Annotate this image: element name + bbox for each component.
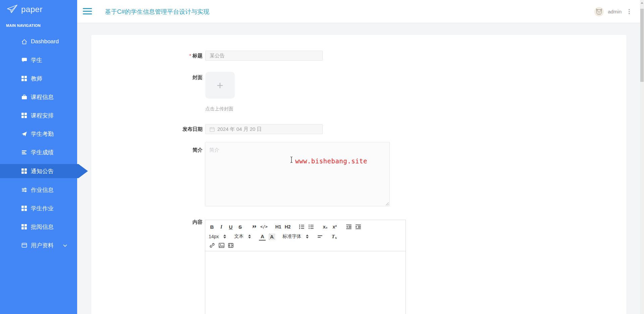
publish-date-input[interactable]: 2024 年 04 月 20 日	[205, 124, 323, 134]
editor-toolbar: B I U S H1 H2 x₂ x²	[205, 220, 406, 251]
clean-format-button[interactable]: Tx	[331, 232, 337, 241]
sidebar-item-label: Dashboard	[31, 38, 59, 45]
grid-icon	[21, 206, 27, 211]
align-icon[interactable]	[317, 232, 323, 241]
publish-date-value: 2024 年 04 月 20 日	[217, 126, 262, 133]
sidebar-item-label: 学生作业	[31, 205, 54, 212]
sidebar-item-course-schedule[interactable]: 课程安排	[0, 109, 77, 122]
sidebar-item-teachers[interactable]: 教师	[0, 72, 77, 85]
font-size-select[interactable]: 14px	[209, 234, 226, 239]
rich-text-editor: B I U S H1 H2 x₂ x²	[205, 220, 406, 314]
sidebar-item-label: 学生	[31, 56, 42, 64]
plus-icon: +	[217, 80, 223, 91]
scrollbar-thumb[interactable]	[640, 9, 644, 82]
header-1-button[interactable]: H1	[275, 223, 282, 231]
header-2-button[interactable]: H2	[284, 223, 291, 231]
sliders-icon	[21, 187, 27, 193]
cover-label: 封面	[102, 74, 203, 81]
sidebar: paper MAIN NAVIGATION Dashboard 学生 教师	[0, 0, 77, 314]
sidebar-item-user-profile[interactable]: 用户资料	[0, 239, 77, 252]
sidebar-item-label: 用户资料	[31, 242, 54, 249]
bullet-list-icon[interactable]	[308, 223, 315, 231]
menu-toggle-button[interactable]	[83, 8, 92, 16]
scrollbar-up-arrow[interactable]	[641, 2, 643, 4]
sidebar-item-label: 课程信息	[31, 93, 54, 101]
top-header: 基于C#的学生信息管理平台设计与实现 admin ⋮	[77, 0, 644, 23]
sidebar-item-label: 作业信息	[31, 186, 54, 194]
sidebar-item-grades[interactable]: 学生成绩	[0, 146, 77, 159]
sidebar-item-label: 课程安排	[31, 112, 54, 119]
image-icon[interactable]	[218, 241, 225, 249]
sidebar-item-students[interactable]: 学生	[0, 53, 77, 67]
title-label: *标题	[102, 53, 203, 59]
sidebar-item-label: 教师	[31, 75, 42, 83]
sidebar-item-attendance[interactable]: 学生考勤	[0, 127, 77, 141]
cover-upload-button[interactable]: +	[205, 72, 235, 99]
page-title: 基于C#的学生信息管理平台设计与实现	[105, 8, 209, 16]
text-cursor-icon	[290, 156, 293, 164]
home-icon	[21, 39, 27, 45]
ordered-list-icon[interactable]	[299, 223, 305, 231]
intro-textarea[interactable]: 简介 www.bishebang.site	[205, 142, 390, 206]
app-logo[interactable]: paper	[6, 3, 43, 15]
outdent-icon[interactable]	[345, 223, 352, 231]
cover-upload-hint: 点击上传封面	[205, 106, 233, 112]
window-icon	[21, 243, 27, 248]
subscript-button[interactable]: x₂	[322, 223, 329, 231]
editor-content-area[interactable]	[205, 251, 406, 314]
user-menu[interactable]: admin ⋮	[594, 0, 633, 23]
grid-icon	[21, 168, 27, 174]
grid-icon	[21, 76, 27, 82]
watermark-text: www.bishebang.site	[295, 157, 367, 165]
logo-text: paper	[21, 5, 43, 14]
grid-icon	[21, 113, 27, 118]
select-arrows-icon	[248, 234, 251, 239]
content-label: 内容	[102, 219, 203, 225]
blockquote-icon[interactable]	[251, 223, 258, 231]
send-icon	[21, 131, 27, 137]
publish-date-label: 发布日期	[102, 126, 203, 133]
briefcase-icon	[21, 94, 27, 100]
chevron-down-icon	[63, 242, 67, 249]
sidebar-item-homework-info[interactable]: 作业信息	[0, 183, 77, 197]
underline-button[interactable]: U	[227, 223, 234, 231]
sidebar-item-review-info[interactable]: 批阅信息	[0, 220, 77, 233]
indent-icon[interactable]	[355, 223, 362, 231]
sidebar-item-label: 批阅信息	[31, 223, 54, 231]
list-icon	[21, 150, 27, 155]
title-input-value: 某公告	[210, 53, 225, 59]
superscript-button[interactable]: x²	[331, 223, 338, 231]
title-input[interactable]: 某公告	[205, 51, 323, 61]
paper-plane-icon	[6, 3, 19, 15]
sidebar-item-notices[interactable]: 通知公告	[0, 164, 88, 178]
kebab-menu-icon[interactable]: ⋮	[626, 7, 633, 16]
select-arrows-icon	[306, 234, 309, 239]
italic-button[interactable]: I	[218, 223, 225, 231]
avatar[interactable]	[594, 7, 604, 16]
bold-button[interactable]: B	[209, 223, 215, 231]
text-color-button[interactable]: A	[259, 232, 266, 241]
intro-placeholder: 简介	[209, 147, 219, 153]
sidebar-item-label: 通知公告	[31, 167, 54, 175]
link-icon[interactable]	[209, 241, 215, 249]
sidebar-item-label: 学生成绩	[31, 149, 54, 156]
paragraph-select[interactable]: 文本	[234, 233, 251, 240]
select-arrows-icon	[223, 234, 226, 239]
video-icon[interactable]	[227, 241, 234, 249]
announcement-form-card: *标题 某公告 封面 + 点击上传封面 发布日期 2024 年 04 月 20 …	[91, 35, 627, 314]
grid-icon	[21, 224, 27, 230]
code-block-icon[interactable]	[260, 223, 268, 231]
nav-section-label: MAIN NAVIGATION	[6, 23, 41, 28]
main-navigation: Dashboard 学生 教师 课程信息 课程安排	[0, 35, 77, 257]
font-family-select[interactable]: 标准字体	[282, 233, 309, 240]
page-scrollbar[interactable]	[640, 0, 644, 314]
intro-label: 简介	[102, 147, 203, 153]
background-color-button[interactable]: A	[268, 232, 275, 241]
required-asterisk: *	[189, 53, 191, 58]
sidebar-item-course-info[interactable]: 课程信息	[0, 90, 77, 104]
username[interactable]: admin	[608, 9, 622, 14]
sidebar-item-dashboard[interactable]: Dashboard	[0, 35, 77, 48]
sidebar-item-label: 学生考勤	[31, 130, 54, 138]
sidebar-item-student-homework[interactable]: 学生作业	[0, 202, 77, 215]
strike-button[interactable]: S	[237, 223, 244, 231]
